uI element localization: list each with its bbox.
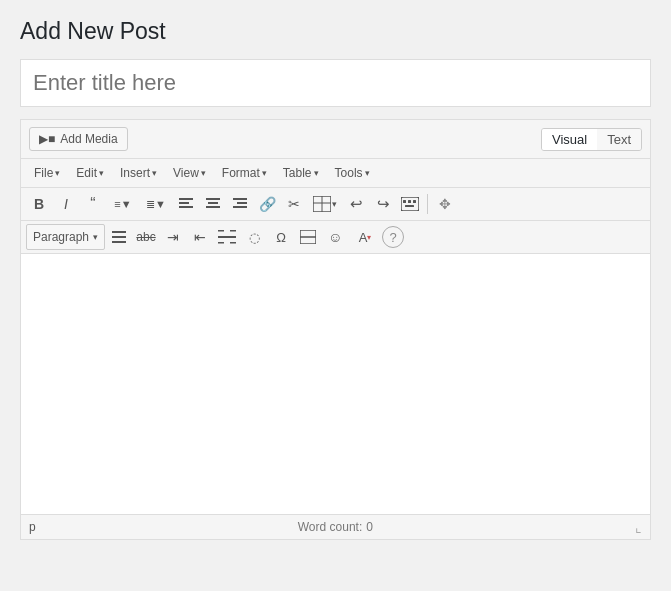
menu-file-label: File: [34, 166, 53, 180]
chevron-down-icon: ▾: [152, 168, 157, 178]
wp-more-button[interactable]: [214, 224, 240, 250]
post-title-input[interactable]: [20, 59, 651, 107]
paragraph-select-label: Paragraph: [33, 230, 89, 244]
toolbar-separator: [427, 194, 428, 214]
toolbar-row-2: Paragraph ▾ abc ⇥ ⇤ ◌ Ω: [21, 221, 650, 254]
clear-formatting-button[interactable]: ◌: [241, 224, 267, 250]
select-chevron-icon: ▾: [93, 232, 98, 242]
chevron-down-icon: ▾: [365, 168, 370, 178]
menu-format-label: Format: [222, 166, 260, 180]
chevron-down-icon: ▾: [262, 168, 267, 178]
svg-rect-25: [230, 230, 236, 232]
svg-rect-19: [405, 205, 414, 207]
path-indicator: p: [29, 520, 36, 534]
svg-rect-0: [179, 198, 193, 200]
ordered-list-button[interactable]: ≣▼: [140, 191, 172, 217]
help-button[interactable]: ?: [382, 226, 404, 248]
svg-rect-17: [408, 200, 411, 203]
media-icon: ▶■: [39, 132, 55, 146]
toolbar-row-1: B I “ ≡▼ ≣▼ 🔗 ✂ ▾: [21, 188, 650, 221]
menu-view[interactable]: View ▾: [166, 163, 213, 183]
menu-view-label: View: [173, 166, 199, 180]
menu-table-label: Table: [283, 166, 312, 180]
svg-rect-24: [218, 230, 224, 232]
svg-rect-26: [218, 242, 224, 244]
svg-rect-15: [401, 197, 419, 211]
word-count-value: 0: [366, 520, 373, 534]
resize-handle[interactable]: ⌞: [635, 519, 642, 535]
special-char-button[interactable]: Ω: [268, 224, 294, 250]
font-color-button[interactable]: A▾: [349, 224, 381, 250]
add-media-label: Add Media: [60, 132, 117, 146]
redo-button[interactable]: ↪: [370, 191, 396, 217]
chevron-down-icon: ▾: [55, 168, 60, 178]
svg-rect-5: [208, 202, 218, 204]
add-media-button[interactable]: ▶■ Add Media: [29, 127, 128, 151]
align-center-button[interactable]: [200, 191, 226, 217]
keyboard-shortcuts-button[interactable]: [397, 191, 423, 217]
strikethrough-button[interactable]: abc: [133, 224, 159, 250]
menu-tools-label: Tools: [335, 166, 363, 180]
svg-rect-2: [179, 206, 193, 208]
outdent-button[interactable]: ⇤: [187, 224, 213, 250]
svg-rect-16: [403, 200, 406, 203]
svg-rect-1: [179, 202, 189, 204]
svg-rect-10: [233, 206, 247, 208]
menu-insert[interactable]: Insert ▾: [113, 163, 164, 183]
chevron-down-icon: ▾: [99, 168, 104, 178]
editor-footer: p Word count: 0 ⌞: [21, 514, 650, 539]
menu-file[interactable]: File ▾: [27, 163, 67, 183]
svg-rect-9: [237, 202, 247, 204]
align-right-button[interactable]: [227, 191, 253, 217]
align-left-button[interactable]: [173, 191, 199, 217]
editor-container: ▶■ Add Media Visual Text File ▾ Edit ▾ I…: [20, 119, 651, 540]
page-title: Add New Post: [20, 18, 651, 45]
editor-top-bar: ▶■ Add Media Visual Text: [21, 120, 650, 159]
undo-button[interactable]: ↩: [343, 191, 369, 217]
word-count-label: Word count:: [298, 520, 362, 534]
tab-visual[interactable]: Visual: [542, 129, 597, 150]
menu-edit-label: Edit: [76, 166, 97, 180]
emoji-button[interactable]: ☺: [322, 224, 348, 250]
hr-button[interactable]: [295, 224, 321, 250]
menu-format[interactable]: Format ▾: [215, 163, 274, 183]
blockquote-button[interactable]: “: [80, 191, 106, 217]
link-button[interactable]: 🔗: [254, 191, 280, 217]
menu-insert-label: Insert: [120, 166, 150, 180]
unlink-button[interactable]: ✂: [281, 191, 307, 217]
format-list-button[interactable]: [106, 224, 132, 250]
svg-rect-18: [413, 200, 416, 203]
paragraph-select[interactable]: Paragraph ▾: [26, 224, 105, 250]
svg-rect-21: [112, 236, 126, 238]
chevron-down-icon: ▾: [314, 168, 319, 178]
svg-rect-6: [206, 206, 220, 208]
fullscreen-button[interactable]: ✥: [432, 191, 458, 217]
svg-rect-20: [112, 231, 126, 233]
indent-button[interactable]: ⇥: [160, 224, 186, 250]
svg-rect-22: [112, 241, 126, 243]
menu-bar: File ▾ Edit ▾ Insert ▾ View ▾ Format ▾ T…: [21, 159, 650, 188]
table-button[interactable]: ▾: [308, 191, 342, 217]
menu-table[interactable]: Table ▾: [276, 163, 326, 183]
svg-rect-23: [218, 236, 236, 238]
svg-rect-8: [233, 198, 247, 200]
svg-rect-27: [230, 242, 236, 244]
italic-button[interactable]: I: [53, 191, 79, 217]
tab-text[interactable]: Text: [597, 129, 641, 150]
visual-text-tabs: Visual Text: [541, 128, 642, 151]
menu-tools[interactable]: Tools ▾: [328, 163, 377, 183]
unordered-list-button[interactable]: ≡▼: [107, 191, 139, 217]
svg-rect-4: [206, 198, 220, 200]
menu-edit[interactable]: Edit ▾: [69, 163, 111, 183]
editor-body[interactable]: [21, 254, 650, 514]
chevron-down-icon: ▾: [201, 168, 206, 178]
bold-button[interactable]: B: [26, 191, 52, 217]
